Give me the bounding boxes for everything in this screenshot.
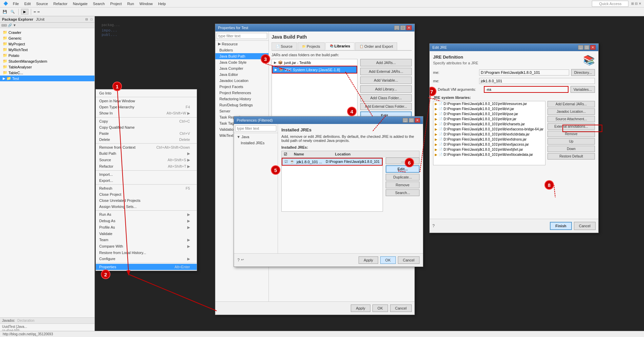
- tab-source[interactable]: 📄 Source: [272, 42, 297, 50]
- add-ext-class-folder-btn[interactable]: Add External Class Folder...: [360, 103, 412, 110]
- jre-sys-down-btn[interactable]: Down: [548, 146, 595, 152]
- ok-btn[interactable]: OK: [372, 304, 388, 312]
- menu-search[interactable]: Search: [90, 1, 108, 6]
- sys-lib-charsets[interactable]: ▶📄 D:\Program Files\Java\jdk1.8.0_101\jr…: [433, 122, 545, 127]
- ctx-refactor[interactable]: RefactorAlt+Shift+T ▶: [96, 163, 197, 170]
- default-vm-args-input[interactable]: [484, 86, 568, 93]
- collapse-all[interactable]: ⊟⊟: [1, 23, 7, 27]
- ctx-paste[interactable]: PasteCtrl+V: [96, 130, 197, 136]
- jre-search-btn[interactable]: Search...: [386, 189, 420, 196]
- jre-sys-remove-btn[interactable]: Remove: [548, 131, 595, 137]
- javadoc-loc-btn[interactable]: Javadoc Location...: [548, 108, 595, 115]
- tree-item-tablec[interactable]: 📁 TableC...: [0, 70, 94, 76]
- cancel-btn[interactable]: Cancel: [390, 304, 412, 312]
- tab-projects[interactable]: 📁 Projects: [298, 42, 325, 50]
- menu-help[interactable]: Help: [155, 1, 169, 6]
- bp-item-jre[interactable]: ▶ 📚 JRE System Library [JavaSE-1.8]: [272, 66, 357, 73]
- add-ext-jars-btn[interactable]: Add External JARs...: [548, 101, 595, 107]
- prefs-filter-input[interactable]: [235, 125, 276, 131]
- ctx-close-unrelated[interactable]: Close Unrelated Projects: [96, 197, 197, 204]
- tree-item-tableanalyser[interactable]: 📁 TableAnalyser: [0, 64, 94, 70]
- minimize-btn[interactable]: _: [394, 25, 400, 30]
- ctx-go-into[interactable]: Go Into: [96, 90, 197, 96]
- directory-btn[interactable]: Directory...: [571, 69, 595, 76]
- sys-lib-dnsns[interactable]: ▶📄 D:\Program Files\Java\jdk1.8.0_101\jr…: [433, 137, 545, 142]
- jre-add-btn[interactable]: ...: [386, 157, 420, 164]
- ctx-close-project[interactable]: Close Project: [96, 191, 197, 197]
- menu-edit[interactable]: Edit: [22, 1, 34, 6]
- ctx-open-new-window[interactable]: Open in New Window: [96, 98, 197, 104]
- nav-builders[interactable]: Builders: [215, 47, 269, 53]
- ctx-refresh[interactable]: RefreshF5: [96, 185, 197, 191]
- prefs-ok-btn[interactable]: OK: [380, 256, 396, 264]
- toolbar-btn[interactable]: ⬅ ➡: [34, 10, 40, 14]
- nav-server[interactable]: Server: [215, 108, 269, 114]
- ctx-import[interactable]: Import...: [96, 171, 197, 177]
- nav-project-refs[interactable]: Project References: [215, 90, 269, 96]
- menu-window[interactable]: Window: [137, 1, 155, 6]
- jre-edit-btn[interactable]: Edit...: [386, 165, 420, 173]
- ctx-remove-context[interactable]: Remove from ContextCtrl+Alt+Shift+Down: [96, 144, 197, 150]
- nav-project-facets[interactable]: Project Facets: [215, 84, 269, 90]
- close-btn[interactable]: ✕: [406, 25, 412, 30]
- ejre-help-icon[interactable]: ?: [432, 224, 435, 228]
- add-jars-btn[interactable]: Add JARs...: [360, 59, 412, 66]
- add-variable-btn[interactable]: Add Variable...: [360, 77, 412, 84]
- tree-item-generic[interactable]: 📁 Generic: [0, 35, 94, 41]
- view-maximize[interactable]: □: [91, 18, 92, 21]
- ctx-open-type-hierarchy[interactable]: Open Type HierarchyF4: [96, 104, 197, 110]
- nav-java-code-style[interactable]: Java Code Style: [215, 59, 269, 65]
- sys-lib-access-bridge[interactable]: ▶📄 D:\Program Files\Java\jdk1.8.0_101\jr…: [433, 127, 545, 132]
- prefs-apply-btn[interactable]: Apply: [359, 256, 378, 264]
- sys-lib-jce[interactable]: ▶📄 D:\Program Files\Java\jdk1.8.0_101\jr…: [433, 117, 545, 122]
- sys-lib-rt[interactable]: ▶📄 D:\Program Files\Java\jdk1.8.0_101\jr…: [433, 106, 545, 111]
- prefs-nav-java[interactable]: ▼ Java: [234, 134, 278, 140]
- toolbar-btn[interactable]: 💾: [1, 9, 8, 14]
- ctx-delete[interactable]: DeleteDelete: [96, 136, 197, 143]
- package-explorer-tab[interactable]: Package Explorer: [2, 17, 33, 21]
- finish-btn[interactable]: Finish: [550, 222, 572, 230]
- tab-order-export[interactable]: 📋 Order and Export: [355, 42, 397, 50]
- view-menu[interactable]: ▼: [13, 23, 16, 27]
- ctx-show-in[interactable]: Show InAlt+Shift+W ▶: [96, 110, 197, 117]
- nav-run-debug[interactable]: Run/Debug Settings: [215, 102, 269, 108]
- ctx-export[interactable]: Export...: [96, 177, 197, 184]
- ext-annotations-btn[interactable]: External annotations...: [548, 123, 595, 130]
- add-class-folder-btn[interactable]: Add Class Folder...: [360, 94, 412, 102]
- field-2-input[interactable]: [479, 78, 595, 84]
- restore-default-btn[interactable]: Restore Default: [548, 153, 595, 160]
- tree-item-potato[interactable]: 📁 Potato: [0, 52, 94, 58]
- ctx-copy[interactable]: CopyCtrl+C: [96, 118, 197, 124]
- add-external-jars-btn[interactable]: Add External JARs...: [360, 68, 412, 75]
- ctx-build-path[interactable]: Build Path▶: [96, 150, 197, 157]
- ctx-profile-as[interactable]: Profile As▶: [96, 224, 197, 231]
- toolbar-btn[interactable]: 🔍: [9, 9, 16, 14]
- menu-project[interactable]: Project: [107, 1, 124, 6]
- menu-file[interactable]: File: [10, 1, 22, 6]
- prefs-cancel-btn[interactable]: Cancel: [398, 256, 420, 264]
- bp-item-junit[interactable]: ▶ 📦 junit.jar - Test/lib: [272, 59, 357, 66]
- ctx-compare-with[interactable]: Compare With▶: [96, 243, 197, 250]
- apply-btn[interactable]: Apply: [351, 304, 370, 312]
- view-minimize[interactable]: ⊟: [85, 18, 88, 21]
- nav-java-editor[interactable]: Java Editor: [215, 71, 269, 78]
- ejre-max-btn[interactable]: □: [584, 45, 589, 50]
- nav-javadoc-loc[interactable]: Javadoc Location: [215, 78, 269, 84]
- prefs-min-btn[interactable]: _: [403, 118, 408, 123]
- add-library-btn[interactable]: Add Library...: [360, 85, 412, 93]
- tab-libraries[interactable]: 📚 Libraries: [325, 42, 355, 50]
- ejre-close-btn[interactable]: ✕: [590, 45, 596, 50]
- ctx-configure[interactable]: Configure▶: [96, 256, 197, 262]
- field-1-input[interactable]: [479, 69, 569, 76]
- maximize-btn[interactable]: □: [400, 25, 406, 30]
- prefs-close-btn[interactable]: ✕: [415, 118, 420, 123]
- quick-access[interactable]: Quick Access: [592, 1, 628, 7]
- ejre-min-btn[interactable]: _: [578, 45, 583, 50]
- menu-source[interactable]: Source: [34, 1, 51, 6]
- tree-item-crawler[interactable]: 📁 Crawler: [0, 29, 94, 35]
- tree-item-myrichtext[interactable]: 📁 MyRichText: [0, 47, 94, 52]
- ctx-copy-qualified[interactable]: Copy Qualified Name: [96, 124, 197, 130]
- prefs-max-btn[interactable]: □: [409, 118, 414, 123]
- ctx-properties[interactable]: PropertiesAlt+Enter: [96, 264, 197, 270]
- sys-lib-localedata[interactable]: ▶📄 D:\Program Files\Java\jdk1.8.0_101\jr…: [433, 152, 545, 157]
